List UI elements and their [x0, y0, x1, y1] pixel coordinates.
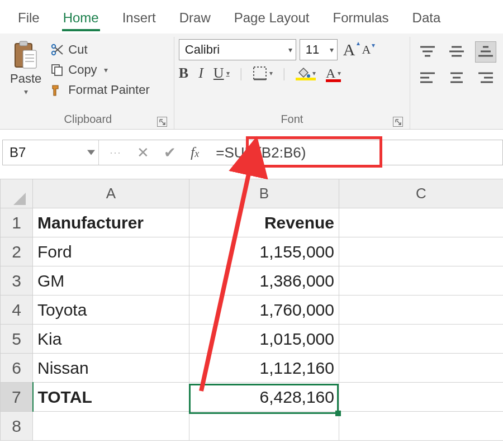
- bold-button[interactable]: B: [179, 65, 188, 82]
- font-name-value: Calibri: [185, 42, 220, 57]
- ribbon: Paste ▾ Cut: [0, 34, 503, 130]
- chevron-down-icon: [87, 150, 95, 155]
- cell-B6[interactable]: 1,112,160: [189, 354, 339, 383]
- formula-bar: B7 ⋮ ✕ ✔ fx =SUM(B2:B6): [2, 140, 503, 165]
- clipboard-dialog-launcher[interactable]: [157, 117, 167, 127]
- col-header-C[interactable]: C: [339, 179, 504, 208]
- align-left-button[interactable]: [417, 67, 438, 88]
- cell-B8[interactable]: [189, 412, 339, 441]
- row-header-3[interactable]: 3: [1, 266, 33, 296]
- cell-C2[interactable]: [339, 237, 504, 266]
- font-dialog-launcher[interactable]: [393, 117, 403, 127]
- tab-insert[interactable]: Insert: [121, 2, 157, 34]
- chevron-down-icon: ▾: [330, 45, 334, 54]
- chevron-down-icon: ▾: [269, 69, 273, 78]
- row-header-7[interactable]: 7: [1, 383, 33, 412]
- format-painter-button[interactable]: Format Painter: [48, 82, 152, 98]
- paste-icon: [13, 40, 39, 72]
- chevron-down-icon: ▾: [226, 69, 230, 78]
- cell-C4[interactable]: [339, 296, 504, 325]
- cell-C1[interactable]: [339, 208, 504, 237]
- row-header-8[interactable]: 8: [1, 412, 33, 441]
- ribbon-tabs: File Home Insert Draw Page Layout Formul…: [0, 0, 503, 34]
- cell-A3[interactable]: GM: [33, 266, 189, 296]
- cell-C7[interactable]: [339, 383, 504, 412]
- cell-C8[interactable]: [339, 412, 504, 441]
- font-size-combo[interactable]: 11 ▾: [300, 39, 338, 60]
- format-painter-label: Format Painter: [68, 83, 150, 97]
- fx-expand-handle[interactable]: ⋮: [109, 147, 122, 158]
- col-header-A[interactable]: A: [33, 179, 189, 208]
- align-right-button[interactable]: [475, 67, 496, 88]
- chevron-down-icon: ▾: [338, 69, 341, 78]
- chevron-down-icon: ▾: [312, 69, 316, 78]
- svg-rect-11: [55, 67, 62, 75]
- copy-icon: [50, 63, 64, 77]
- spreadsheet-grid: A B C 1 Manufacturer Revenue 2 Ford 1,15…: [0, 179, 503, 441]
- cell-A4[interactable]: Toyota: [33, 296, 189, 325]
- cell-B2[interactable]: 1,155,000: [189, 237, 339, 266]
- tab-formulas[interactable]: Formulas: [332, 2, 390, 34]
- row-header-1[interactable]: 1: [1, 208, 33, 237]
- underline-button[interactable]: U▾: [213, 65, 230, 82]
- enter-formula-button[interactable]: ✔: [164, 144, 176, 161]
- group-label-clipboard: Clipboard: [7, 113, 169, 128]
- cut-label: Cut: [68, 42, 87, 57]
- cell-B4[interactable]: 1,760,000: [189, 296, 339, 325]
- font-name-combo[interactable]: Calibri ▾: [179, 39, 296, 60]
- select-all-corner[interactable]: [1, 179, 33, 208]
- cancel-formula-button[interactable]: ✕: [137, 144, 149, 161]
- cell-A2[interactable]: Ford: [33, 237, 189, 266]
- row-header-6[interactable]: 6: [1, 354, 33, 383]
- group-label-font: Font: [179, 113, 405, 128]
- paste-button[interactable]: Paste ▾: [7, 39, 45, 98]
- increase-font-button[interactable]: A: [343, 40, 355, 59]
- cell-A6[interactable]: Nissan: [33, 354, 189, 383]
- cell-A7[interactable]: TOTAL: [33, 383, 189, 412]
- align-middle-button[interactable]: [446, 41, 467, 63]
- italic-button[interactable]: I: [198, 65, 203, 82]
- formula-input[interactable]: =SUM(B2:B6): [209, 144, 502, 161]
- chevron-down-icon: ▾: [288, 45, 292, 54]
- cell-C5[interactable]: [339, 325, 504, 354]
- cell-A8[interactable]: [33, 412, 189, 441]
- row-header-5[interactable]: 5: [1, 325, 33, 354]
- cell-C3[interactable]: [339, 266, 504, 296]
- font-color-button[interactable]: A▾: [326, 66, 341, 81]
- svg-point-7: [52, 45, 55, 48]
- tab-data[interactable]: Data: [411, 2, 442, 34]
- name-box[interactable]: B7: [3, 140, 99, 165]
- row-header-4[interactable]: 4: [1, 296, 33, 325]
- svg-rect-2: [23, 50, 36, 68]
- align-center-button[interactable]: [446, 67, 467, 88]
- tab-draw[interactable]: Draw: [178, 2, 212, 34]
- chevron-down-icon[interactable]: ▾: [104, 65, 108, 74]
- cell-A1[interactable]: Manufacturer: [33, 208, 189, 237]
- col-header-B[interactable]: B: [189, 179, 339, 208]
- insert-function-button[interactable]: fx: [191, 144, 199, 161]
- fill-color-button[interactable]: ▾: [296, 67, 316, 79]
- cell-A5[interactable]: Kia: [33, 325, 189, 354]
- align-bottom-button[interactable]: [475, 41, 496, 63]
- align-top-button[interactable]: [417, 41, 438, 63]
- chevron-down-icon[interactable]: ▾: [24, 87, 28, 96]
- paste-label: Paste: [10, 72, 41, 86]
- cell-B1[interactable]: Revenue: [189, 208, 339, 237]
- copy-button[interactable]: Copy ▾: [48, 61, 152, 78]
- paintbrush-icon: [50, 83, 64, 97]
- cell-B5[interactable]: 1,015,000: [189, 325, 339, 354]
- tab-home[interactable]: Home: [62, 2, 100, 34]
- tab-file[interactable]: File: [17, 2, 41, 34]
- cell-C6[interactable]: [339, 354, 504, 383]
- svg-rect-12: [254, 67, 266, 79]
- cut-button[interactable]: Cut: [48, 41, 152, 58]
- borders-icon: [253, 66, 267, 80]
- scissors-icon: [50, 43, 64, 56]
- cell-B7[interactable]: 6,428,160: [189, 383, 339, 412]
- borders-button[interactable]: ▾: [253, 66, 273, 80]
- decrease-font-button[interactable]: A: [362, 42, 371, 57]
- cell-B3[interactable]: 1,386,000: [189, 266, 339, 296]
- tab-page-layout[interactable]: Page Layout: [233, 2, 311, 34]
- row-header-2[interactable]: 2: [1, 237, 33, 266]
- svg-rect-1: [20, 41, 27, 46]
